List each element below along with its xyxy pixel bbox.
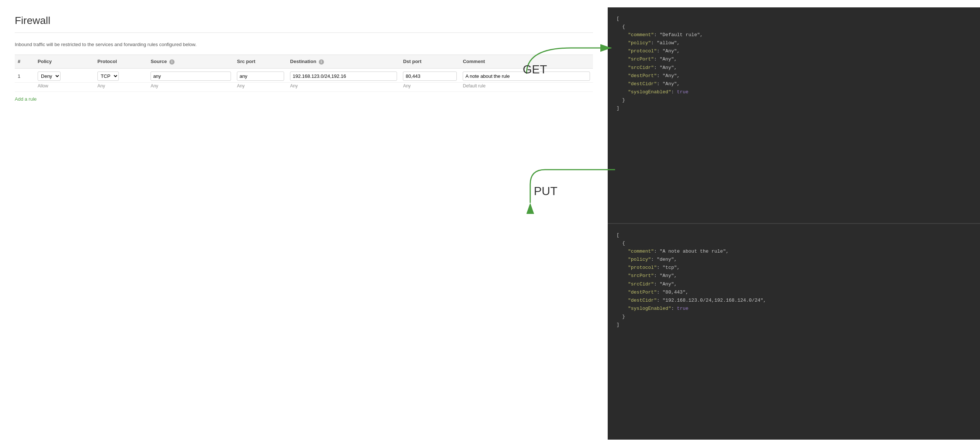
current-policy: Allow bbox=[35, 82, 94, 91]
source-info-icon[interactable]: i bbox=[169, 59, 175, 65]
policy-cell: Deny Allow bbox=[35, 68, 94, 82]
col-header-destination: Destination i bbox=[287, 55, 400, 68]
current-dstport: Any bbox=[400, 82, 460, 91]
col-header-srcport: Src port bbox=[234, 55, 287, 68]
destination-input[interactable] bbox=[290, 72, 397, 81]
current-source: Any bbox=[148, 82, 234, 91]
current-protocol: Any bbox=[94, 82, 148, 91]
get-arrow-svg bbox=[497, 0, 622, 96]
policy-select[interactable]: Deny Allow bbox=[38, 72, 60, 81]
add-rule-link[interactable]: Add a rule bbox=[15, 96, 37, 102]
row-number: 1 bbox=[15, 68, 35, 82]
get-label: GET bbox=[523, 63, 547, 76]
srcport-input[interactable] bbox=[237, 72, 284, 81]
col-header-protocol: Protocol bbox=[94, 55, 148, 68]
dstport-cell bbox=[400, 68, 460, 82]
source-label: Source bbox=[151, 59, 167, 64]
destination-label: Destination bbox=[290, 59, 316, 64]
right-panel: GET PUT [ { "com bbox=[608, 0, 980, 447]
put-arrow-svg bbox=[501, 111, 622, 207]
col-header-dstport: Dst port bbox=[400, 55, 460, 68]
get-code-block: [ { "comment": "Default rule", "policy":… bbox=[608, 7, 980, 223]
protocol-select[interactable]: TCP UDP Any bbox=[97, 72, 119, 81]
current-destination: Any bbox=[287, 82, 400, 91]
col-header-policy: Policy bbox=[35, 55, 94, 68]
current-srcport: Any bbox=[234, 82, 287, 91]
put-code-block: [ { "comment": "A note about the rule", … bbox=[608, 223, 980, 440]
protocol-cell: TCP UDP Any bbox=[94, 68, 148, 82]
source-input[interactable] bbox=[151, 72, 231, 81]
destination-cell bbox=[287, 68, 400, 82]
destination-info-icon[interactable]: i bbox=[319, 59, 324, 65]
dstport-input[interactable] bbox=[403, 72, 457, 81]
put-label: PUT bbox=[534, 185, 557, 198]
source-cell bbox=[148, 68, 234, 82]
col-header-source: Source i bbox=[148, 55, 234, 68]
srcport-cell bbox=[234, 68, 287, 82]
col-header-hash: # bbox=[15, 55, 35, 68]
